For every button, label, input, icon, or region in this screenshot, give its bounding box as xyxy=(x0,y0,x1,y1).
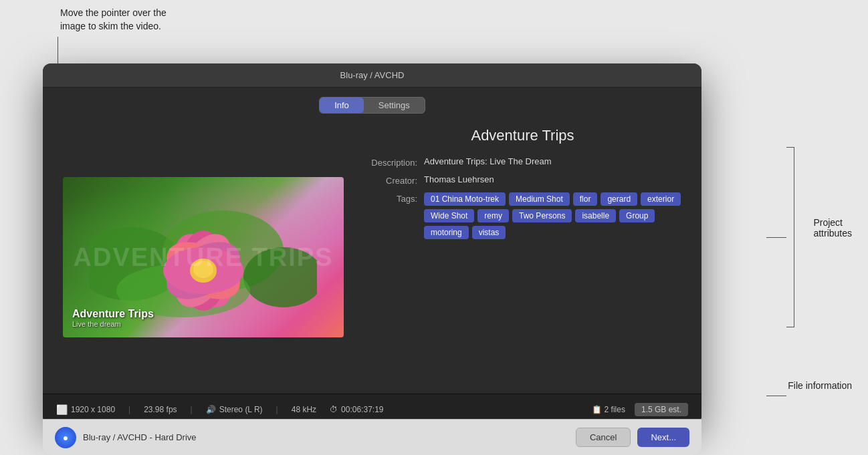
annotation-project-attributes: Project attributes xyxy=(813,217,852,239)
screen-icon: ⬜ xyxy=(56,404,68,415)
next-button[interactable]: Next... xyxy=(637,428,689,447)
resolution-value: 1920 x 1080 xyxy=(71,405,115,414)
bottom-bar: ● Blu-ray / AVCHD - Hard Drive Cancel Ne… xyxy=(43,419,701,455)
file-count: 📋 2 files xyxy=(592,405,625,414)
bottom-buttons: Cancel Next... xyxy=(576,428,689,447)
content-area: ADVENTURE TRIPS Adventure Trips Live the… xyxy=(43,120,701,394)
tag-item[interactable]: isabelle xyxy=(575,209,616,222)
tab-bar: Info Settings xyxy=(43,88,701,120)
status-sample-rate: 48 kHz xyxy=(292,405,316,414)
cancel-button[interactable]: Cancel xyxy=(576,428,631,447)
tag-item[interactable]: gerard xyxy=(601,192,637,206)
video-title-overlay: Adventure Trips xyxy=(72,308,154,320)
video-subtitle-overlay: Live the dream xyxy=(72,320,154,328)
tags-label: Tags: xyxy=(364,192,424,204)
description-label: Description: xyxy=(364,156,424,168)
files-icon: 📋 xyxy=(592,405,602,414)
description-value: Adventure Trips: Live The Dream xyxy=(424,156,681,166)
annotation-top-line2: image to skim the video. xyxy=(60,21,161,31)
file-count-value: 2 files xyxy=(605,405,625,414)
source-label: Blu-ray / AVCHD - Hard Drive xyxy=(83,432,197,442)
dialog-title: Blu-ray / AVCHD xyxy=(340,70,405,80)
annotation-top: Move the pointer over the image to skim … xyxy=(60,7,247,33)
tag-item[interactable]: Group xyxy=(619,209,655,222)
video-thumbnail[interactable]: ADVENTURE TRIPS Adventure Trips Live the… xyxy=(63,177,344,337)
dialog-body: Info Settings xyxy=(43,88,701,424)
status-resolution: ⬜ 1920 x 1080 xyxy=(56,404,115,415)
size-badge: 1.5 GB est. xyxy=(635,403,688,416)
video-watermark: ADVENTURE TRIPS xyxy=(74,243,334,271)
sep2: | xyxy=(191,405,193,414)
status-fps: 23.98 fps xyxy=(144,405,177,414)
tag-item[interactable]: remy xyxy=(477,209,509,222)
status-right: 📋 2 files 1.5 GB est. xyxy=(592,403,688,416)
annotation-file-info-label: File information xyxy=(788,380,852,391)
tab-group: Info Settings xyxy=(319,97,425,114)
tab-settings[interactable]: Settings xyxy=(364,98,425,113)
dialog-titlebar: Blu-ray / AVCHD xyxy=(43,63,701,88)
tag-item[interactable]: motoring xyxy=(424,226,469,239)
annotation-right-line xyxy=(766,237,786,238)
info-panel: Adventure Trips Description: Adventure T… xyxy=(364,127,681,387)
sep1: | xyxy=(128,405,130,414)
duration-value: 00:06:37:19 xyxy=(341,405,383,414)
speaker-icon: 🔊 xyxy=(206,405,216,414)
status-duration: ⏱ 00:06:37:19 xyxy=(330,405,383,414)
tag-item[interactable]: Wide Shot xyxy=(424,209,474,222)
main-dialog: Blu-ray / AVCHD Info Settings xyxy=(43,63,701,424)
annotation-top-line1: Move the pointer over the xyxy=(60,7,167,18)
creator-value: Thomas Luehrsen xyxy=(424,174,681,184)
tag-item[interactable]: vistas xyxy=(472,226,506,239)
sep3: | xyxy=(276,405,278,414)
tags-container: 01 China Moto-trekMedium Shotflorgerarde… xyxy=(424,192,681,239)
video-overlay-text: Adventure Trips Live the dream xyxy=(72,308,154,328)
tab-info[interactable]: Info xyxy=(320,98,364,113)
video-panel: ADVENTURE TRIPS Adventure Trips Live the… xyxy=(63,127,344,387)
description-row: Description: Adventure Trips: Live The D… xyxy=(364,156,681,168)
annotation-file-info-line xyxy=(766,396,786,396)
tag-item[interactable]: Medium Shot xyxy=(509,192,570,206)
tags-row: Tags: 01 China Moto-trekMedium Shotflorg… xyxy=(364,192,681,239)
clock-icon: ⏱ xyxy=(330,405,338,414)
source-icon: ● xyxy=(55,427,76,448)
creator-label: Creator: xyxy=(364,174,424,186)
creator-row: Creator: Thomas Luehrsen xyxy=(364,174,681,186)
annotation-right-bracket xyxy=(786,147,794,327)
disc-icon: ● xyxy=(63,432,68,443)
tag-item[interactable]: exterior xyxy=(641,192,681,206)
audio-value: Stereo (L R) xyxy=(219,405,263,414)
tag-item[interactable]: 01 China Moto-trek xyxy=(424,192,506,206)
tag-item[interactable]: flor xyxy=(573,192,598,206)
project-title: Adventure Trips xyxy=(364,127,681,144)
status-audio: 🔊 Stereo (L R) xyxy=(206,405,263,414)
tag-item[interactable]: Two Persons xyxy=(512,209,572,222)
